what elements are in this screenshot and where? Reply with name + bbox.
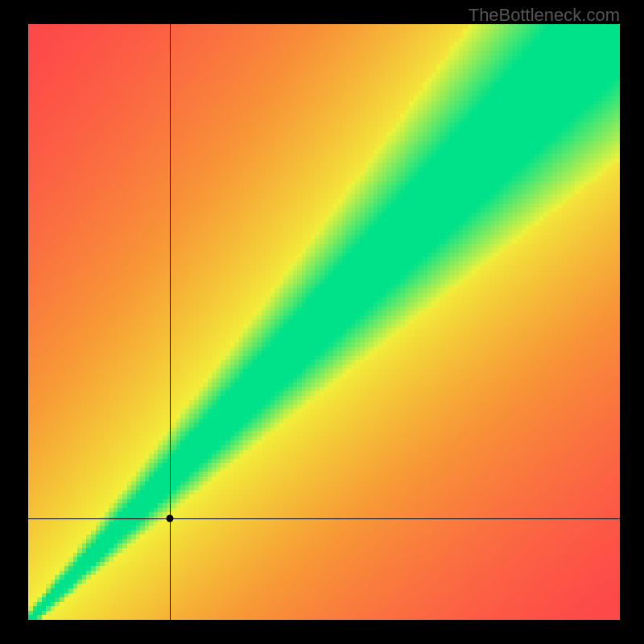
heatmap-plot — [28, 24, 620, 620]
marker-point — [167, 515, 174, 522]
watermark-text: TheBottleneck.com — [469, 5, 620, 26]
crosshair-vertical — [170, 24, 171, 620]
crosshair-horizontal — [28, 518, 620, 519]
heatmap-canvas — [28, 24, 620, 620]
chart-container: TheBottleneck.com — [0, 0, 644, 644]
